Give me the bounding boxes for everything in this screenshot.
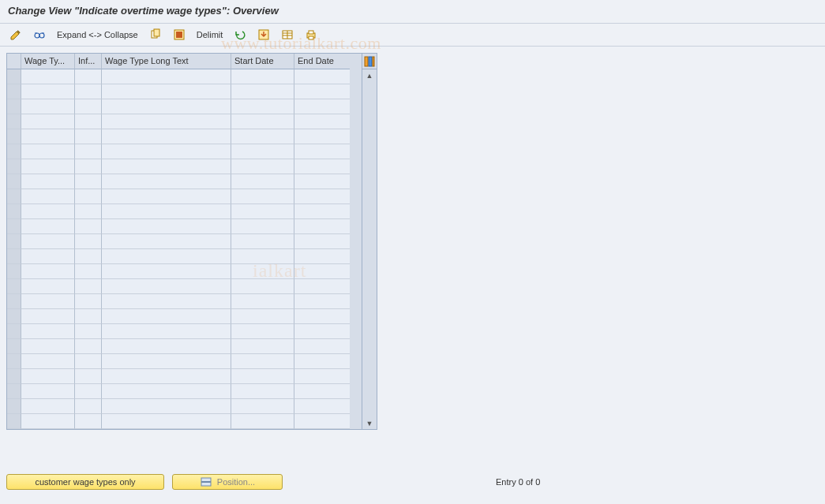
cell-inf[interactable]	[75, 204, 102, 219]
cell-inf[interactable]	[75, 324, 102, 339]
table-row[interactable]	[7, 384, 362, 399]
change-icon[interactable]	[6, 27, 25, 43]
table-row[interactable]	[7, 309, 362, 324]
cell-inf[interactable]	[75, 384, 102, 399]
table-settings-icon[interactable]	[362, 54, 377, 69]
table-row[interactable]	[7, 354, 362, 369]
cell-inf[interactable]	[75, 249, 102, 264]
cell-end-date[interactable]	[294, 279, 350, 294]
cell-long-text[interactable]	[102, 114, 231, 129]
print-icon[interactable]	[302, 27, 321, 43]
cell-start-date[interactable]	[231, 249, 294, 264]
cell-end-date[interactable]	[294, 114, 350, 129]
table-row[interactable]	[7, 414, 362, 429]
row-selector[interactable]	[7, 84, 21, 99]
cell-end-date[interactable]	[294, 414, 350, 429]
col-long-text[interactable]: Wage Type Long Text	[102, 54, 231, 69]
table-row[interactable]	[7, 99, 362, 114]
table-row[interactable]	[7, 84, 362, 99]
cell-wage-type[interactable]	[21, 114, 75, 129]
row-selector[interactable]	[7, 324, 21, 339]
select-all-header[interactable]	[7, 54, 21, 69]
cell-end-date[interactable]	[294, 69, 350, 84]
cell-end-date[interactable]	[294, 324, 350, 339]
row-selector[interactable]	[7, 339, 21, 354]
cell-long-text[interactable]	[102, 294, 231, 309]
cell-start-date[interactable]	[231, 174, 294, 189]
col-end-date[interactable]: End Date	[294, 54, 350, 69]
cell-start-date[interactable]	[231, 354, 294, 369]
cell-inf[interactable]	[75, 234, 102, 249]
table-row[interactable]	[7, 369, 362, 384]
table-row[interactable]	[7, 294, 362, 309]
cell-inf[interactable]	[75, 369, 102, 384]
cell-inf[interactable]	[75, 414, 102, 429]
cell-long-text[interactable]	[102, 354, 231, 369]
cell-long-text[interactable]	[102, 129, 231, 144]
table-row[interactable]	[7, 144, 362, 159]
table-row[interactable]	[7, 159, 362, 174]
cell-wage-type[interactable]	[21, 399, 75, 414]
cell-inf[interactable]	[75, 114, 102, 129]
cell-long-text[interactable]	[102, 174, 231, 189]
vertical-scrollbar[interactable]: ▲ ▼	[362, 69, 377, 429]
cell-wage-type[interactable]	[21, 129, 75, 144]
cell-long-text[interactable]	[102, 414, 231, 429]
cell-start-date[interactable]	[231, 339, 294, 354]
cell-start-date[interactable]	[231, 369, 294, 384]
cell-end-date[interactable]	[294, 399, 350, 414]
cell-wage-type[interactable]	[21, 414, 75, 429]
row-selector[interactable]	[7, 159, 21, 174]
cell-wage-type[interactable]	[21, 204, 75, 219]
cell-inf[interactable]	[75, 174, 102, 189]
cell-long-text[interactable]	[102, 324, 231, 339]
row-selector[interactable]	[7, 309, 21, 324]
row-selector[interactable]	[7, 204, 21, 219]
cell-wage-type[interactable]	[21, 84, 75, 99]
row-selector[interactable]	[7, 414, 21, 429]
cell-long-text[interactable]	[102, 219, 231, 234]
cell-start-date[interactable]	[231, 84, 294, 99]
cell-wage-type[interactable]	[21, 309, 75, 324]
cell-long-text[interactable]	[102, 69, 231, 84]
cell-long-text[interactable]	[102, 159, 231, 174]
table-row[interactable]	[7, 189, 362, 204]
cell-inf[interactable]	[75, 144, 102, 159]
row-selector[interactable]	[7, 69, 21, 84]
cell-wage-type[interactable]	[21, 144, 75, 159]
cell-inf[interactable]	[75, 129, 102, 144]
cell-wage-type[interactable]	[21, 234, 75, 249]
cell-end-date[interactable]	[294, 159, 350, 174]
table-row[interactable]	[7, 219, 362, 234]
cell-inf[interactable]	[75, 219, 102, 234]
table-row[interactable]	[7, 279, 362, 294]
row-selector[interactable]	[7, 354, 21, 369]
cell-inf[interactable]	[75, 339, 102, 354]
cell-long-text[interactable]	[102, 189, 231, 204]
cell-end-date[interactable]	[294, 144, 350, 159]
table-row[interactable]	[7, 249, 362, 264]
row-selector[interactable]	[7, 384, 21, 399]
table-row[interactable]	[7, 399, 362, 414]
cell-end-date[interactable]	[294, 219, 350, 234]
cell-end-date[interactable]	[294, 294, 350, 309]
cell-wage-type[interactable]	[21, 174, 75, 189]
cell-wage-type[interactable]	[21, 384, 75, 399]
cell-wage-type[interactable]	[21, 339, 75, 354]
table-row[interactable]	[7, 174, 362, 189]
col-inf[interactable]: Inf...	[75, 54, 102, 69]
cell-wage-type[interactable]	[21, 324, 75, 339]
cell-start-date[interactable]	[231, 99, 294, 114]
expand-collapse-button[interactable]: Expand <-> Collapse	[54, 27, 141, 43]
row-selector[interactable]	[7, 234, 21, 249]
table-row[interactable]	[7, 264, 362, 279]
cell-long-text[interactable]	[102, 249, 231, 264]
table-row[interactable]	[7, 69, 362, 84]
cell-start-date[interactable]	[231, 414, 294, 429]
cell-long-text[interactable]	[102, 204, 231, 219]
cell-long-text[interactable]	[102, 369, 231, 384]
cell-start-date[interactable]	[231, 204, 294, 219]
row-selector[interactable]	[7, 189, 21, 204]
cell-long-text[interactable]	[102, 84, 231, 99]
copy-icon[interactable]	[146, 27, 165, 43]
